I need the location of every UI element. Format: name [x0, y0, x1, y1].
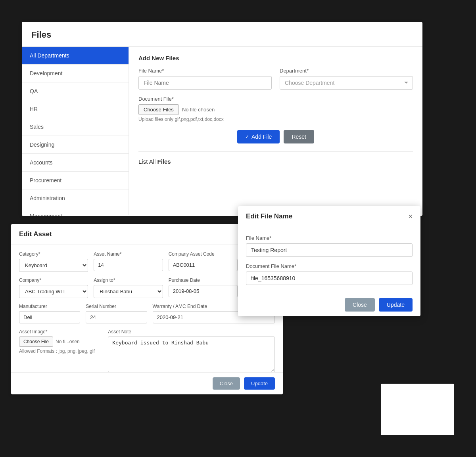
department-select[interactable]: Choose Department: [280, 76, 413, 90]
sidebar-item-administration[interactable]: Administration: [22, 189, 129, 207]
add-section-title: Add New Files: [138, 55, 413, 61]
list-section-title: List All Files: [138, 151, 413, 165]
company-label: Company*: [19, 277, 88, 283]
file-name-label: File Name*: [138, 68, 272, 74]
manufacturer-input[interactable]: [19, 311, 80, 323]
serial-number-input[interactable]: [86, 311, 147, 323]
modal-close-x-button[interactable]: ×: [408, 213, 413, 220]
purchase-date-group: Purchase Date: [169, 277, 238, 298]
file-form-row-1: File Name* Department* Choose Department: [138, 68, 413, 90]
asset-image-label: Asset Image*: [19, 329, 102, 335]
asset-note-label: Asset Note: [108, 329, 275, 335]
asset-note-group: Asset Note Keyboard issued to Rinshad Ba…: [108, 329, 275, 373]
file-name-input[interactable]: [138, 76, 272, 90]
asset-name-group: Asset Name*: [94, 251, 163, 272]
checkmark-icon: ✓: [245, 134, 249, 140]
files-panel: Files All Departments Development QA HR …: [22, 22, 422, 216]
asset-row-2: Company* ABC Trading WLL Assign to* Rins…: [19, 277, 275, 298]
assign-to-label: Assign to*: [94, 277, 163, 283]
sidebar-item-sales[interactable]: Sales: [22, 118, 129, 136]
bottom-right-box: [381, 384, 454, 435]
category-group: Category* Keyboard: [19, 251, 88, 272]
purchase-date-label: Purchase Date: [169, 277, 238, 283]
update-modal-button[interactable]: Update: [379, 298, 413, 312]
serial-number-label: Serial Number: [86, 304, 147, 309]
serial-number-group: Serial Number: [86, 304, 147, 323]
modal-title: Edit File Name: [246, 212, 292, 220]
modal-footer: Close Update: [238, 293, 420, 316]
file-name-group: File Name*: [138, 68, 272, 90]
sidebar-item-procurement[interactable]: Procurement: [22, 172, 129, 189]
manufacturer-label: Manufacturer: [19, 304, 80, 309]
document-file-label: Document File*: [138, 96, 413, 102]
manufacturer-group: Manufacturer: [19, 304, 80, 323]
sidebar-item-management[interactable]: Management: [22, 207, 129, 216]
department-group: Department* Choose Department: [280, 68, 413, 90]
close-asset-button[interactable]: Close: [213, 377, 240, 390]
sidebar-item-designing[interactable]: Designing: [22, 136, 129, 154]
asset-row-1: Category* Keyboard Asset Name* Company A…: [19, 251, 275, 272]
asset-allowed-formats: Allowed Formats : jpg, png, jpeg, gif: [19, 348, 102, 354]
modal-body: File Name* Document File Name*: [238, 227, 420, 293]
category-select[interactable]: Keyboard: [19, 259, 88, 272]
asset-row-3: Manufacturer Serial Number Warranty / AM…: [19, 304, 275, 323]
modal-doc-file-name-label: Document File Name*: [246, 263, 413, 269]
files-panel-body: All Departments Development QA HR Sales …: [22, 47, 422, 215]
assign-to-select[interactable]: Rinshad Babu: [94, 285, 163, 298]
reset-button[interactable]: Reset: [284, 130, 314, 143]
modal-doc-file-name-input[interactable]: [246, 272, 413, 285]
close-modal-button[interactable]: Close: [345, 298, 375, 312]
files-panel-header: Files: [22, 22, 422, 47]
no-file-chosen-text: No file chosen: [182, 107, 215, 113]
files-sidebar: All Departments Development QA HR Sales …: [22, 47, 129, 215]
modal-header: Edit File Name ×: [238, 206, 420, 227]
purchase-date-input[interactable]: [169, 285, 238, 297]
document-file-group: Document File* Choose Files No file chos…: [138, 96, 413, 122]
asset-no-file-text: No fi...osen: [56, 339, 80, 344]
asset-name-label: Asset Name*: [94, 251, 163, 257]
asset-image-group: Asset Image* Choose File No fi...osen Al…: [19, 329, 102, 373]
update-asset-button[interactable]: Update: [244, 377, 275, 390]
company-asset-code-input[interactable]: [169, 259, 238, 271]
sidebar-item-accounts[interactable]: Accounts: [22, 154, 129, 172]
modal-file-name-label: File Name*: [246, 235, 413, 241]
files-main-content: Add New Files File Name* Department* Cho…: [129, 47, 422, 215]
choose-file-button[interactable]: Choose File: [19, 337, 53, 347]
edit-asset-footer: Close Update: [11, 372, 283, 394]
file-input-group: Choose Files No file chosen: [138, 104, 413, 115]
company-asset-code-label: Company Asset Code: [169, 251, 238, 257]
asset-row-4: Asset Image* Choose File No fi...osen Al…: [19, 329, 275, 373]
asset-note-textarea[interactable]: Keyboard issued to Rinshad Babu: [108, 337, 275, 372]
files-panel-title: Files: [31, 30, 51, 40]
modal-file-name-input[interactable]: [246, 243, 413, 257]
asset-file-group: Choose File No fi...osen: [19, 337, 102, 347]
sidebar-item-development[interactable]: Development: [22, 65, 129, 82]
category-label: Category*: [19, 251, 88, 257]
upload-hint: Upload files only gif,png,pdf,txt,doc,do…: [138, 117, 413, 122]
department-label: Department*: [280, 68, 413, 74]
form-actions: ✓ Add File Reset: [138, 130, 413, 143]
sidebar-item-hr[interactable]: HR: [22, 100, 129, 118]
assign-to-group: Assign to* Rinshad Babu: [94, 277, 163, 298]
add-file-button[interactable]: ✓ Add File: [237, 130, 280, 143]
sidebar-item-qa[interactable]: QA: [22, 82, 129, 100]
company-asset-code-group: Company Asset Code: [169, 251, 238, 272]
edit-filename-modal: Edit File Name × File Name* Document Fil…: [238, 206, 420, 316]
sidebar-item-all-departments[interactable]: All Departments: [22, 47, 129, 65]
asset-name-input[interactable]: [94, 259, 163, 271]
company-group: Company* ABC Trading WLL: [19, 277, 88, 298]
company-select[interactable]: ABC Trading WLL: [19, 285, 88, 298]
choose-files-button[interactable]: Choose Files: [138, 104, 179, 115]
